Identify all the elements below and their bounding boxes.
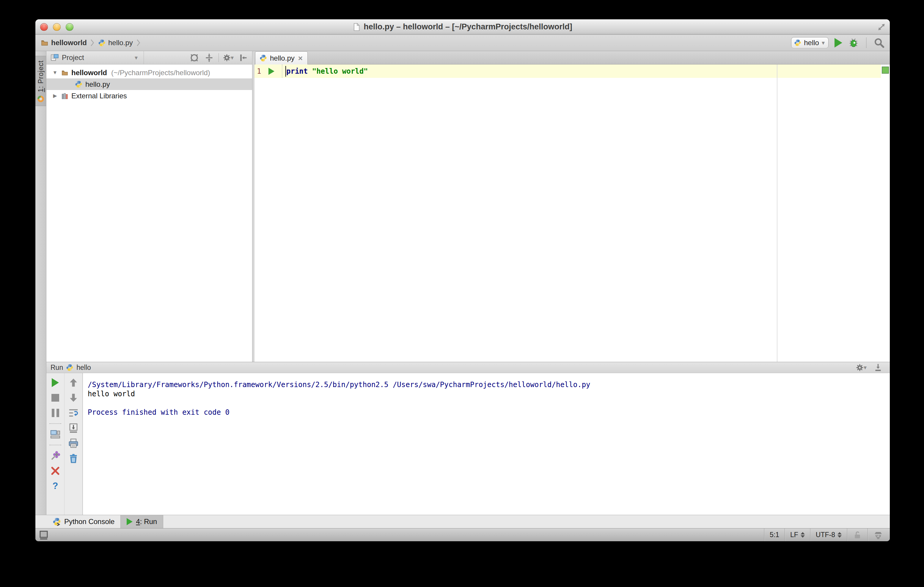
tool-window-button-python-console[interactable]: Python Console [47,515,120,528]
pycharm-window: hello.py – helloworld – [~/PycharmProjec… [35,19,890,541]
toolbar-separator [218,53,219,62]
pycharm-icon [37,95,45,103]
print-button[interactable] [68,438,79,449]
resize-grip-icon[interactable] [877,22,886,32]
help-button[interactable]: ? [50,481,61,492]
stepper-arrows-icon [838,532,842,538]
tree-node-file[interactable]: hello.py [46,79,252,90]
tree-libraries-label: External Libraries [71,92,127,100]
inspection-profile-widget[interactable] [868,528,890,541]
run-configuration-selector[interactable]: hello ▾ [791,37,828,48]
zoom-window-button[interactable] [66,23,73,31]
unlock-icon [853,530,862,540]
tree-root-name: helloworld [71,69,107,77]
tree-node-external-libraries[interactable]: ▶ External Libraries [46,90,252,102]
run-toolbar: ? [46,373,64,515]
chevron-down-icon: ▾ [864,364,866,371]
chevron-right-icon [136,39,141,47]
breadcrumb-project[interactable]: helloworld [41,39,87,47]
python-file-icon [75,81,82,88]
hide-panel-button[interactable] [238,52,249,63]
stepper-arrows-icon [800,532,805,538]
inspector-face-icon [873,530,883,540]
encoding-widget[interactable]: UTF-8 [810,528,847,541]
collapse-all-button[interactable] [204,52,214,63]
run-button[interactable] [835,38,842,48]
run-gutter-icon[interactable] [265,68,278,75]
project-view-icon [51,54,59,61]
document-icon [353,23,360,31]
project-view-label: Project [62,53,84,62]
tree-file-name: hello.py [85,80,110,89]
readonly-lock-widget[interactable] [847,528,868,541]
stop-button[interactable] [50,393,61,403]
panel-splitter[interactable] [252,51,254,362]
soft-wrap-button[interactable] [68,408,79,418]
python-file-icon [259,54,267,62]
title-bar[interactable]: hello.py – helloworld – [~/PycharmProjec… [35,19,890,35]
tab-hello-py[interactable]: hello.py × [255,51,308,64]
close-tab-button[interactable] [50,465,61,476]
line-number: 1 [254,67,265,76]
search-button[interactable] [874,38,884,48]
close-window-button[interactable] [40,23,48,31]
run-config-tab-label[interactable]: hello [76,363,91,372]
tool-window-button-project[interactable]: 1: Project [35,56,46,106]
tree-collapsed-icon[interactable]: ▶ [52,93,58,99]
scroll-to-end-button[interactable] [68,423,79,433]
tree-root-path: (~/PycharmProjects/helloworld) [111,69,210,77]
code-text: print "hello world" [282,66,368,77]
tab-close-icon[interactable]: × [298,54,303,62]
breadcrumb-file[interactable]: hello.py [98,39,133,47]
project-view-selector[interactable]: Project ▾ [46,51,144,64]
fold-column [278,64,282,78]
editor-tab-bar: hello.py × [254,51,890,64]
run-configuration-name: hello [804,39,819,47]
locate-file-button[interactable] [189,52,200,63]
code-line-1[interactable]: 1 print "hello world" [254,64,881,78]
text-caret [285,66,286,77]
traffic-lights [40,19,73,35]
code-keyword: print [286,67,308,76]
debug-button[interactable] [848,38,859,48]
prev-trace-button[interactable] [68,377,79,388]
caret-position-widget[interactable]: 5:1 [764,528,785,541]
tree-expanded-icon[interactable]: ▼ [52,70,58,76]
run-icon [127,518,133,525]
chevron-down-icon: ▾ [822,39,825,46]
window-title: hello.py – helloworld – [~/PycharmProjec… [364,22,572,31]
project-tree: ▼ helloworld (~/PycharmProjects/hellowor… [46,64,252,362]
editor-body[interactable]: 1 print "hello world" [254,64,890,362]
run-panel-header: Run hello ▾ [46,362,890,373]
code-string: "hello world" [312,67,368,76]
screen-background: hello.py – helloworld – [~/PycharmProjec… [0,0,924,587]
rerun-button[interactable] [50,377,61,388]
hide-tool-window-button[interactable] [873,362,883,373]
console-line [88,399,890,408]
settings-gear-button[interactable]: ▾ [223,52,234,63]
tree-node-root[interactable]: ▼ helloworld (~/PycharmProjects/hellowor… [46,67,252,79]
console-line: Process finished with exit code 0 [88,408,890,417]
inspection-status-indicator[interactable] [882,67,889,74]
toolbar-separator [50,423,61,424]
toolbar-separator [866,38,866,48]
python-file-icon [98,39,106,47]
chevron-right-icon [90,39,95,47]
project-button-label: 1: Project [37,60,45,92]
status-bar: 5:1 LF UTF-8 [35,528,890,541]
pause-output-button[interactable] [50,408,61,418]
clear-console-button[interactable] [68,453,79,464]
minimize-window-button[interactable] [53,23,61,31]
line-separator-widget[interactable]: LF [785,528,810,541]
python-icon [66,364,73,371]
bottom-tool-window-bar: Python Console 4: Run [35,515,890,528]
run-console-output[interactable]: /System/Library/Frameworks/Python.framew… [82,373,890,515]
toggle-toolwindow-buttons-icon[interactable] [38,529,49,540]
next-trace-button[interactable] [68,393,79,403]
pin-tab-button[interactable] [50,451,61,461]
tool-window-button-run[interactable]: 4: Run [120,515,163,528]
settings-gear-button[interactable]: ▾ [856,362,866,373]
run-panel-title: Run [51,363,63,372]
toolbar-separator [50,445,61,445]
restore-layout-button[interactable] [50,429,61,440]
